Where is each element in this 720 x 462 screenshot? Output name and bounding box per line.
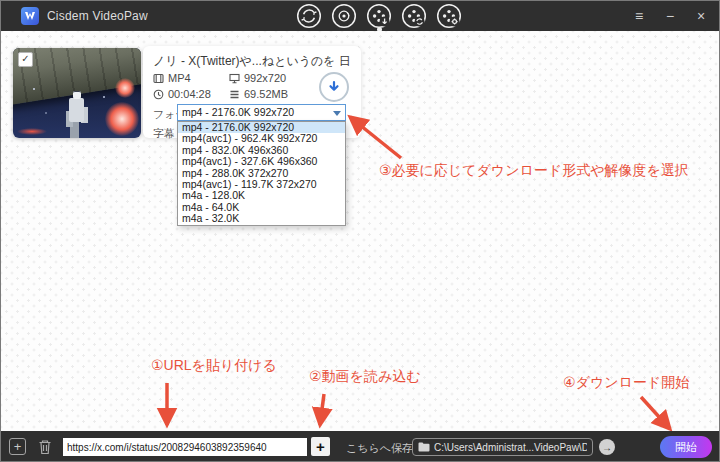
- bottom-bar: + + こちらへ保存 C:\Users\Administrat...VideoP…: [1, 431, 720, 462]
- format-select[interactable]: mp4 - 2176.0K 992x720: [177, 104, 346, 121]
- video-duration: 00:04:28: [168, 88, 211, 100]
- file-format-icon: [153, 73, 164, 84]
- resolution-icon: [229, 73, 240, 84]
- sync-icon[interactable]: [296, 3, 322, 29]
- format-dropdown-list: mp4 - 2176.0K 992x720mp4(avc1) - 962.4K …: [177, 121, 346, 226]
- close-icon[interactable]: ×: [693, 9, 709, 23]
- titlebar: Cisdem VideoPaw: [1, 1, 720, 31]
- format-select-value: mp4 - 2176.0K 992x720: [182, 106, 294, 118]
- start-download-button[interactable]: 開始: [660, 436, 712, 458]
- video-resolution: 992x720: [244, 72, 286, 84]
- video-downloader-icon[interactable]: [366, 3, 392, 29]
- video-checkbox[interactable]: ✓: [18, 52, 33, 67]
- format-option[interactable]: m4a - 32.0K: [178, 213, 345, 224]
- format-option[interactable]: mp4(avc1) - 327.6K 496x360: [178, 156, 345, 167]
- load-video-button[interactable]: +: [311, 437, 330, 456]
- annotation-step3: ③必要に応じてダウンロード形式や解像度を選択: [379, 162, 689, 180]
- open-folder-icon[interactable]: →: [599, 439, 615, 455]
- video-title: ノリ - X(Twitter)や...ねというのを 日々痛感する...: [153, 53, 353, 70]
- screen-record-icon[interactable]: [331, 3, 357, 29]
- duration-icon: [153, 89, 164, 100]
- arrow-to-start-button: [641, 397, 670, 429]
- app-window: Cisdem VideoPaw: [0, 0, 720, 462]
- add-url-button[interactable]: +: [9, 438, 26, 455]
- main-area: ✓ ノリ - X(Twitter)や...ねというのを 日々痛感する... MP…: [1, 31, 720, 431]
- save-path-value: C:\Users\Administrat...VideoPaw\Download…: [434, 442, 587, 453]
- app-title: Cisdem VideoPaw: [47, 9, 148, 23]
- subtitle-label: 字幕: [153, 126, 175, 141]
- delete-icon[interactable]: [36, 437, 54, 456]
- annotation-step2: ②動画を読み込む: [309, 368, 421, 386]
- video-format: MP4: [168, 72, 191, 84]
- annotation-step4: ④ダウンロード開始: [563, 374, 689, 392]
- annotation-step1: ①URLを貼り付ける: [151, 357, 277, 375]
- folder-icon: [418, 438, 430, 456]
- video-filesize: 69.52MB: [244, 88, 288, 100]
- url-input[interactable]: [63, 438, 307, 456]
- save-path-box[interactable]: C:\Users\Administrat...VideoPaw\Download…: [412, 438, 593, 456]
- video-converter-icon[interactable]: [401, 3, 427, 29]
- video-editor-icon[interactable]: [436, 3, 462, 29]
- filesize-icon: [229, 89, 240, 100]
- download-button[interactable]: [319, 72, 349, 102]
- minimize-icon[interactable]: −: [662, 9, 678, 23]
- arrow-to-load-button: [320, 394, 324, 425]
- toolbar-tabs: [296, 3, 462, 29]
- app-logo-icon: [21, 7, 39, 25]
- window-controls: ≡ − ×: [631, 1, 709, 31]
- menu-icon[interactable]: ≡: [631, 9, 647, 23]
- chevron-down-icon: [333, 111, 341, 116]
- save-to-label: こちらへ保存: [346, 441, 413, 456]
